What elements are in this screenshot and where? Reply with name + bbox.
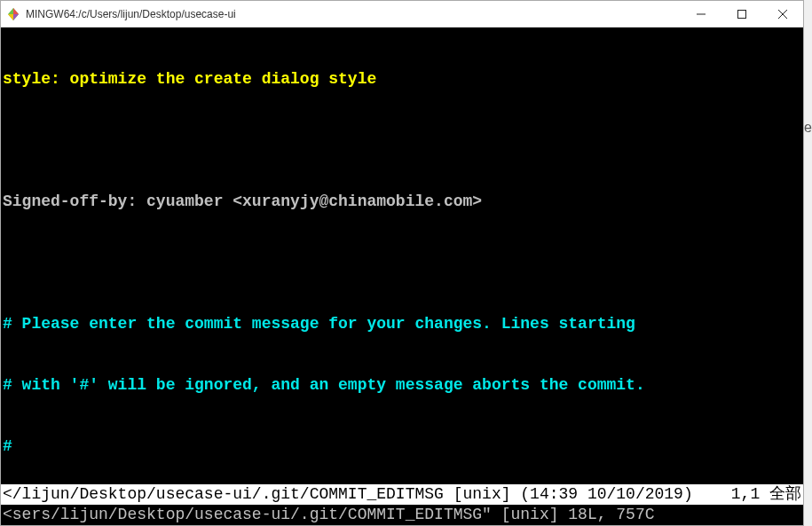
minimize-button[interactable]: [681, 1, 721, 27]
svg-marker-3: [8, 14, 13, 20]
vim-statusline: </lijun/Desktop/usecase-ui/.git/COMMIT_E…: [1, 484, 803, 505]
window-controls: [681, 1, 803, 27]
comment-line: # with '#' will be ignored, and an empty…: [3, 375, 801, 396]
statusline-left: </lijun/Desktop/usecase-ui/.git/COMMIT_E…: [3, 484, 731, 505]
vim-cmdline: <sers/lijun/Desktop/usecase-ui/.git/COMM…: [1, 505, 803, 525]
blank-line: [3, 253, 801, 273]
comment-line: # Please enter the commit message for yo…: [3, 314, 801, 334]
maximize-button[interactable]: [721, 1, 762, 27]
statusline-right: 1,1 全部: [731, 484, 801, 505]
close-button[interactable]: [762, 1, 803, 27]
background-fragment: e: [804, 120, 812, 136]
comment-line: #: [3, 436, 801, 457]
terminal-viewport[interactable]: style: optimize the create dialog style …: [1, 27, 803, 484]
svg-marker-1: [13, 8, 19, 14]
window-title: MINGW64:/c/Users/lijun/Desktop/usecase-u…: [26, 8, 681, 20]
svg-rect-5: [738, 10, 746, 18]
app-icon: [6, 7, 20, 21]
titlebar[interactable]: MINGW64:/c/Users/lijun/Desktop/usecase-u…: [1, 1, 803, 27]
signed-off-line: Signed-off-by: cyuamber <xuranyjy@chinam…: [3, 192, 801, 212]
app-window: MINGW64:/c/Users/lijun/Desktop/usecase-u…: [0, 0, 804, 526]
blank-line: [3, 130, 801, 151]
commit-subject: style: optimize the create dialog style: [3, 69, 801, 90]
svg-marker-2: [13, 14, 19, 20]
